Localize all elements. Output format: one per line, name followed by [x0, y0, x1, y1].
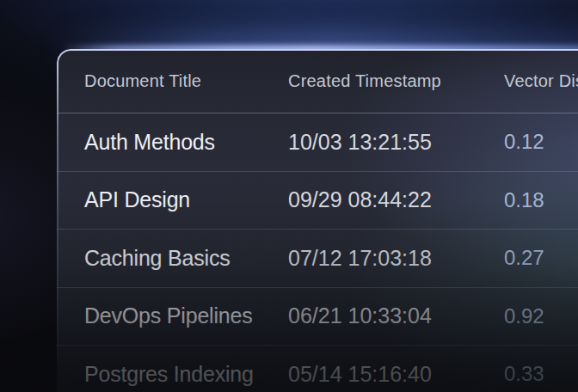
cell-document-title: API Design	[84, 187, 288, 212]
table-row[interactable]: API Design 09/29 08:44:22 0.18	[57, 172, 578, 230]
hero-background: { "table": { "headers": ["Document Title…	[0, 0, 578, 392]
cell-vector-distance: 0.92	[504, 304, 578, 328]
documents-table-panel: Document Title Created Timestamp Vector …	[57, 49, 578, 392]
cell-vector-distance: 0.33	[504, 362, 578, 386]
cell-vector-distance: 0.12	[504, 130, 578, 154]
cell-created-timestamp: 05/14 15:16:40	[288, 362, 504, 387]
cell-document-title: Postgres Indexing	[84, 362, 288, 387]
table-row[interactable]: Auth Methods 10/03 13:21:55 0.12	[57, 113, 578, 172]
cell-created-timestamp: 06/21 10:33:04	[288, 303, 504, 328]
table-row[interactable]: DevOps Pipelines 06/21 10:33:04 0.92	[57, 288, 578, 346]
cell-document-title: DevOps Pipelines	[84, 303, 288, 328]
cell-document-title: Caching Basics	[84, 246, 288, 271]
table-row[interactable]: Postgres Indexing 05/14 15:16:40 0.33	[57, 346, 578, 392]
table-row[interactable]: Caching Basics 07/12 17:03:18 0.27	[57, 230, 578, 288]
cell-created-timestamp: 09/29 08:44:22	[288, 187, 504, 212]
table-header-row: Document Title Created Timestamp Vector …	[57, 49, 578, 113]
column-header-created-timestamp: Created Timestamp	[288, 71, 504, 91]
column-header-document-title: Document Title	[84, 71, 288, 91]
column-header-vector-distance: Vector Distance	[504, 71, 578, 91]
cell-created-timestamp: 10/03 13:21:55	[288, 130, 504, 155]
cell-created-timestamp: 07/12 17:03:18	[288, 246, 504, 271]
cell-document-title: Auth Methods	[84, 130, 288, 155]
cell-vector-distance: 0.27	[504, 246, 578, 270]
cell-vector-distance: 0.18	[504, 188, 578, 212]
